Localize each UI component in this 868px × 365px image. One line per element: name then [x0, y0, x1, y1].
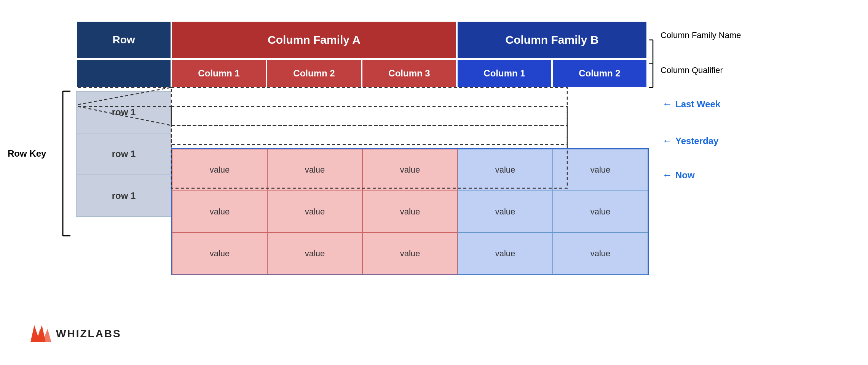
row-key-item-3-label: row 1 — [112, 190, 136, 201]
col-family-name-label: Column Family Name — [661, 30, 741, 40]
svg-rect-3 — [171, 87, 567, 125]
col-qualifier-a2-label: Column 2 — [293, 68, 335, 79]
col-family-b-label: Column Family B — [505, 33, 598, 46]
yesterday-text: Yesterday — [675, 136, 718, 146]
cell-r1-b2: value — [553, 149, 648, 191]
col-qualifier-a3-label: Column 3 — [388, 68, 430, 79]
row-label: Row — [112, 34, 135, 46]
cell-r3-b1-val: value — [495, 249, 515, 259]
col-qualifier-b2: Column 2 — [552, 59, 647, 87]
data-grid: value value value value value value valu… — [171, 148, 649, 275]
col-qualifier-label: Column Qualifier — [661, 65, 723, 75]
cell-r3-b2-val: value — [590, 249, 611, 259]
cell-r2-a1: value — [172, 191, 267, 233]
cell-r1-a2: value — [267, 149, 362, 191]
cell-r1-b2-val: value — [590, 165, 611, 175]
now-arrow: ← — [662, 169, 672, 181]
row-key-item-1: row 1 — [76, 91, 171, 133]
col-family-name-text: Column Family Name — [661, 30, 741, 40]
col-qualifier-a3: Column 3 — [362, 59, 457, 87]
cell-r2-b1-val: value — [495, 207, 515, 217]
header-row1: Row Column Family A Column Family B — [76, 21, 647, 59]
col-qualifier-b1-label: Column 1 — [483, 68, 525, 79]
cell-r2-a3-val: value — [400, 207, 420, 217]
data-row-1: value value value value value — [172, 149, 648, 191]
cell-r1-a2-val: value — [305, 165, 325, 175]
cell-r1-a3-val: value — [400, 165, 420, 175]
cell-r1-a1: value — [172, 149, 267, 191]
cell-r3-b1: value — [458, 233, 553, 275]
yesterday-arrow: ← — [662, 135, 672, 147]
now-label: ← Now — [662, 169, 695, 181]
cell-r3-a2: value — [267, 233, 362, 275]
cell-r2-b2-val: value — [590, 207, 611, 217]
row-key-text: Row Key — [8, 148, 46, 159]
col-family-b-header: Column Family B — [457, 21, 647, 59]
cell-r2-b2: value — [553, 191, 648, 233]
row-key-item-1-label: row 1 — [112, 107, 136, 117]
cell-r3-a3: value — [362, 233, 458, 275]
row-key-item-2-label: row 1 — [112, 149, 136, 159]
cell-r1-b1: value — [458, 149, 553, 191]
row-header-spacer — [76, 59, 171, 87]
cell-r1-a3: value — [362, 149, 458, 191]
cell-r2-a2-val: value — [305, 207, 325, 217]
whizlabs-brand-name: WHIZLABS — [56, 328, 121, 340]
data-row-2: value value value value value — [172, 191, 648, 233]
row-header: Row — [76, 21, 171, 59]
now-text: Now — [675, 170, 695, 181]
cell-r1-a1-val: value — [210, 165, 230, 175]
data-row-3: value value value value value — [172, 233, 648, 275]
cell-r2-a3: value — [362, 191, 458, 233]
last-week-text: Last Week — [675, 99, 720, 110]
row-key-label: Row Key — [8, 148, 46, 159]
last-week-arrow: ← — [662, 98, 672, 110]
cell-r3-b2: value — [553, 233, 648, 275]
row-key-item-2: row 1 — [76, 133, 171, 175]
cell-r3-a3-val: value — [400, 249, 420, 259]
whizlabs-logo: WHIZLABS — [30, 325, 121, 342]
right-bracket-svg — [647, 21, 659, 97]
col-qualifier-text: Column Qualifier — [661, 65, 723, 75]
col-qualifier-a1: Column 1 — [171, 59, 266, 87]
svg-rect-4 — [171, 106, 567, 144]
main-container: Row Column Family A Column Family B Colu… — [0, 0, 868, 365]
col-family-a-header: Column Family A — [171, 21, 457, 59]
row-key-item-3: row 1 — [76, 175, 171, 217]
cell-r2-b1: value — [458, 191, 553, 233]
cell-r2-a2: value — [267, 191, 362, 233]
cell-r3-a2-val: value — [305, 249, 325, 259]
header-section: Row Column Family A Column Family B Colu… — [76, 21, 647, 87]
cell-r2-a1-val: value — [210, 207, 230, 217]
col-qualifier-b1: Column 1 — [457, 59, 552, 87]
cell-r1-b1-val: value — [495, 165, 515, 175]
header-row2: Column 1 Column 2 Column 3 Column 1 Colu… — [76, 59, 647, 87]
cell-r3-a1: value — [172, 233, 267, 275]
whizlabs-icon — [30, 325, 51, 342]
col-family-a-label: Column Family A — [268, 33, 361, 46]
row-key-section: row 1 row 1 row 1 — [76, 91, 171, 217]
col-qualifier-a1-label: Column 1 — [198, 68, 239, 79]
yesterday-label: ← Yesterday — [662, 135, 718, 147]
col-qualifier-b2-label: Column 2 — [579, 68, 620, 79]
cell-r3-a1-val: value — [210, 249, 230, 259]
last-week-label: ← Last Week — [662, 98, 720, 110]
col-qualifier-a2: Column 2 — [266, 59, 362, 87]
